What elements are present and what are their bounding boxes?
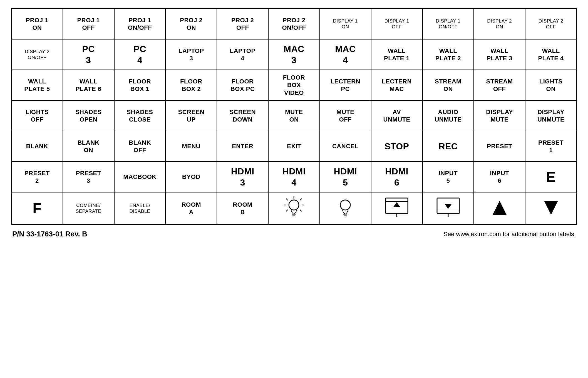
proj2-off-button[interactable]: PROJ 2 OFF <box>217 9 269 39</box>
preset2-button[interactable]: PRESET 2 <box>12 162 63 192</box>
wallplate1-button[interactable]: WALL PLATE 1 <box>371 39 423 70</box>
wallplate6-label: WALL PLATE 6 <box>76 78 101 93</box>
shadesopen-button[interactable]: SHADES OPEN <box>63 101 115 131</box>
pc4-button[interactable]: PC 4 <box>115 39 166 70</box>
mac4-button[interactable]: MAC 4 <box>320 39 371 70</box>
muteon-button[interactable]: MUTE ON <box>269 101 320 131</box>
wallplate4-button[interactable]: WALL PLATE 4 <box>525 39 577 70</box>
laptop3-button[interactable]: LAPTOP 3 <box>166 39 217 70</box>
display2-off-button[interactable]: DISPLAY 2 OFF <box>525 9 577 39</box>
preset1-label: PRESET 1 <box>538 139 564 154</box>
svg-marker-22 <box>493 201 507 215</box>
screen-down-icon <box>436 197 461 220</box>
exit-button[interactable]: EXIT <box>269 131 320 162</box>
svg-point-11 <box>340 200 350 210</box>
displaymute-button[interactable]: DISPLAY MUTE <box>474 101 525 131</box>
triangle-down-icon <box>543 199 559 217</box>
wallplate6-button[interactable]: WALL PLATE 6 <box>63 70 115 101</box>
screendown-button[interactable]: SCREEN DOWN <box>217 101 269 131</box>
hdmi6-button[interactable]: HDMI 6 <box>371 162 423 192</box>
display2-onoff-button[interactable]: DISPLAY 2 ON/OFF <box>12 39 63 70</box>
floorbox1-button[interactable]: FLOOR BOX 1 <box>115 70 166 101</box>
proj1-off-label: PROJ 1 OFF <box>77 16 100 32</box>
input5-button[interactable]: INPUT 5 <box>423 162 474 192</box>
macbook-button[interactable]: MACBOOK <box>115 162 166 192</box>
blankon-label: BLANK ON <box>77 139 100 154</box>
streamoff-button[interactable]: STREAM OFF <box>474 70 525 101</box>
preset3-button[interactable]: PRESET 3 <box>63 162 115 192</box>
preset-label: PRESET <box>487 142 512 150</box>
cancel-button[interactable]: CANCEL <box>320 131 371 162</box>
shadesclose-button[interactable]: SHADES CLOSE <box>115 101 166 131</box>
preset2-label: PRESET 2 <box>24 169 50 185</box>
svg-line-6 <box>300 199 302 200</box>
proj2-on-button[interactable]: PROJ 2 ON <box>166 9 217 39</box>
muteoff-button[interactable]: MUTE OFF <box>320 101 371 131</box>
displayunmute-button[interactable]: DISPLAY UNMUTE <box>525 101 577 131</box>
floorboxvideo-button[interactable]: FLOOR BOX VIDEO <box>269 70 320 101</box>
byod-label: BYOD <box>182 173 200 181</box>
input5-label: INPUT 5 <box>439 169 458 185</box>
triangle-up-button[interactable] <box>474 192 525 225</box>
preset1-button[interactable]: PRESET 1 <box>525 131 577 162</box>
mac3-button[interactable]: MAC 3 <box>269 39 320 70</box>
proj1-onoff-button[interactable]: PROJ 1 ON/OFF <box>115 9 166 39</box>
proj1-on-label: PROJ 1 ON <box>26 16 48 32</box>
lightson-button[interactable]: LIGHTS ON <box>525 70 577 101</box>
lecternmac-button[interactable]: LECTERN MAC <box>371 70 423 101</box>
display1-on-button[interactable]: DISPLAY 1 ON <box>320 9 371 39</box>
hdmi3-label: HDMI 3 <box>231 166 254 188</box>
light-bulb-dim-button[interactable] <box>320 192 371 225</box>
blankoff-button[interactable]: BLANK OFF <box>115 131 166 162</box>
light-bulb-bright-button[interactable] <box>269 192 320 225</box>
wallplate3-button[interactable]: WALL PLATE 3 <box>474 39 525 70</box>
menu-button[interactable]: MENU <box>166 131 217 162</box>
rec-button[interactable]: REC <box>423 131 474 162</box>
combine-separate-button[interactable]: COMBINE/ SEPARATE <box>63 192 115 225</box>
byod-button[interactable]: BYOD <box>166 162 217 192</box>
audiounmute-button[interactable]: AUDIO UNMUTE <box>423 101 474 131</box>
shadesopen-label: SHADES OPEN <box>75 108 102 123</box>
bulb-bright-icon <box>283 195 305 221</box>
wallplate5-button[interactable]: WALL PLATE 5 <box>12 70 63 101</box>
pc3-button[interactable]: PC 3 <box>63 39 115 70</box>
enable-disable-button[interactable]: ENABLE/ DISABLE <box>115 192 166 225</box>
wallplate3-label: WALL PLATE 3 <box>487 47 512 62</box>
floorbox2-button[interactable]: FLOOR BOX 2 <box>166 70 217 101</box>
display1-off-button[interactable]: DISPLAY 1 OFF <box>371 9 423 39</box>
screenup-button[interactable]: SCREEN UP <box>166 101 217 131</box>
floorboxpc-button[interactable]: FLOOR BOX PC <box>217 70 269 101</box>
preset-button[interactable]: PRESET <box>474 131 525 162</box>
triangle-up-icon <box>491 199 508 217</box>
hdmi4-button[interactable]: HDMI 4 <box>269 162 320 192</box>
hdmi5-button[interactable]: HDMI 5 <box>320 162 371 192</box>
triangle-down-button[interactable] <box>525 192 577 225</box>
svg-marker-23 <box>544 201 558 215</box>
display1-onoff-button[interactable]: DISPLAY 1 ON/OFF <box>423 9 474 39</box>
input6-button[interactable]: INPUT 6 <box>474 162 525 192</box>
see-more: See www.extron.com for additional button… <box>443 231 576 238</box>
proj1-on-button[interactable]: PROJ 1 ON <box>12 9 63 39</box>
blankon-button[interactable]: BLANK ON <box>63 131 115 162</box>
room-a-button[interactable]: ROOM A <box>166 192 217 225</box>
screen-down-arrow-button[interactable] <box>423 192 474 225</box>
proj1-off-button[interactable]: PROJ 1 OFF <box>63 9 115 39</box>
hdmi3-button[interactable]: HDMI 3 <box>217 162 269 192</box>
avunmute-button[interactable]: AV UNMUTE <box>371 101 423 131</box>
streamon-button[interactable]: STREAM ON <box>423 70 474 101</box>
proj2-onoff-button[interactable]: PROJ 2 ON/OFF <box>269 9 320 39</box>
display2-on-button[interactable]: DISPLAY 2 ON <box>474 9 525 39</box>
wallplate2-button[interactable]: WALL PLATE 2 <box>423 39 474 70</box>
displaymute-label: DISPLAY MUTE <box>486 108 513 123</box>
enter-button[interactable]: ENTER <box>217 131 269 162</box>
stop-button[interactable]: STOP <box>371 131 423 162</box>
lecternpc-button[interactable]: LECTERN PC <box>320 70 371 101</box>
lightsoff-button[interactable]: LIGHTS OFF <box>12 101 63 131</box>
room-b-button[interactable]: ROOM B <box>217 192 269 225</box>
f-button[interactable]: F <box>12 192 63 225</box>
blank-button[interactable]: BLANK <box>12 131 63 162</box>
enter-label: ENTER <box>232 142 253 150</box>
screen-up-arrow-button[interactable] <box>371 192 423 225</box>
e-button[interactable]: E <box>525 162 577 192</box>
laptop4-button[interactable]: LAPTOP 4 <box>217 39 269 70</box>
